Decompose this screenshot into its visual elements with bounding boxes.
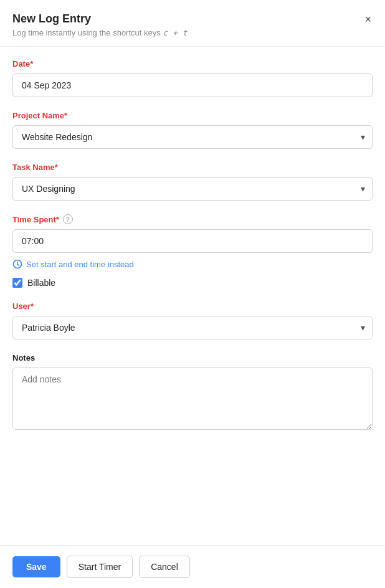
notes-label: Notes [12,353,373,363]
task-select-wrapper: UX Designing Development Testing Design … [12,177,373,201]
time-spent-group: Time Spent* ? Set start and end time ins… [12,214,373,288]
modal-title: New Log Entry [12,12,373,26]
close-button[interactable]: × [362,11,374,27]
shortcut-keys: c + t [163,28,187,37]
project-select-wrapper: Website Redesign Mobile App Backend API … [12,125,373,149]
date-label: Date* [12,59,373,69]
modal-body: Date* Project Name* Website Redesign Mob… [0,47,385,545]
cancel-button[interactable]: Cancel [139,556,190,578]
task-select[interactable]: UX Designing Development Testing Design … [12,177,373,201]
notes-textarea[interactable] [12,368,373,430]
user-group: User* Patricia Boyle John Smith Alice Jo… [12,301,373,339]
clock-icon [12,259,22,269]
project-select[interactable]: Website Redesign Mobile App Backend API [12,125,373,149]
help-icon[interactable]: ? [63,214,73,224]
billable-label[interactable]: Billable [27,278,55,288]
subtitle-text: Log time instantly using the shortcut ke… [12,28,163,37]
save-button[interactable]: Save [12,556,60,577]
modal-header: New Log Entry Log time instantly using t… [0,0,385,47]
billable-row: Billable [12,278,373,288]
set-start-end-time-link[interactable]: Set start and end time instead [12,259,373,269]
project-name-group: Project Name* Website Redesign Mobile Ap… [12,111,373,149]
billable-checkbox[interactable] [12,278,22,288]
time-label: Time Spent* [12,215,59,224]
start-timer-button[interactable]: Start Timer [67,556,133,578]
user-select[interactable]: Patricia Boyle John Smith Alice Johnson [12,316,373,339]
project-label: Project Name* [12,111,373,120]
new-log-entry-modal: New Log Entry Log time instantly using t… [0,0,385,588]
user-label: User* [12,301,373,311]
modal-subtitle: Log time instantly using the shortcut ke… [12,28,373,37]
task-name-group: Task Name* UX Designing Development Test… [12,163,373,201]
user-select-wrapper: Patricia Boyle John Smith Alice Johnson … [12,316,373,339]
date-group: Date* [12,59,373,97]
date-input[interactable] [12,74,373,97]
set-time-link-text: Set start and end time instead [26,260,134,269]
task-label: Task Name* [12,163,373,172]
notes-group: Notes [12,353,373,432]
time-spent-input[interactable] [12,229,373,253]
time-label-row: Time Spent* ? [12,214,373,224]
modal-footer: Save Start Timer Cancel [0,545,385,588]
